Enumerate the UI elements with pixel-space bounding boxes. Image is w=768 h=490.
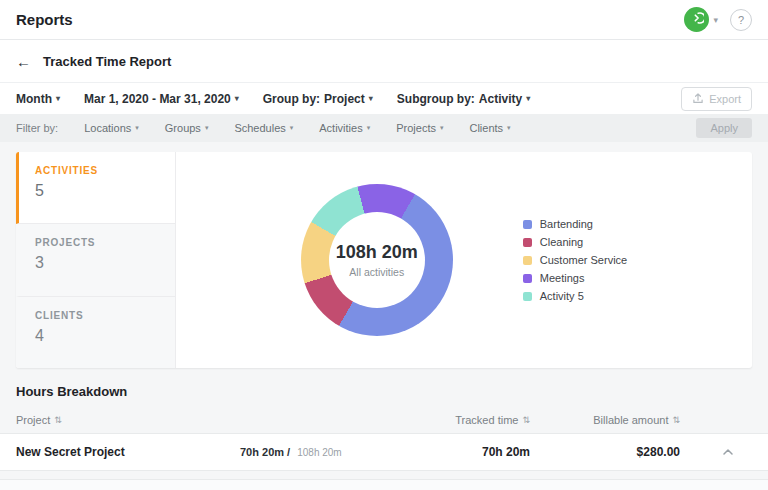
top-bar: Reports ▾ ? (0, 0, 768, 40)
date-range-value: Mar 1, 2020 - Mar 31, 2020 (84, 92, 231, 106)
chart-area: 108h 20m All activities Bartending Clean… (176, 152, 752, 368)
hours-breakdown-title: Hours Breakdown (16, 384, 752, 399)
filter-clients[interactable]: Clients ▾ (469, 122, 510, 134)
legend-label: Activity 5 (540, 290, 584, 302)
chevron-down-icon: ▾ (369, 94, 373, 103)
export-icon (692, 92, 704, 106)
account-menu[interactable]: ▾ (684, 7, 718, 32)
tab-projects-label: PROJECTS (35, 237, 159, 248)
date-range-dropdown[interactable]: Mar 1, 2020 - Mar 31, 2020 ▾ (84, 92, 239, 106)
report-toolbar: Month ▾ Mar 1, 2020 - Mar 31, 2020 ▾ Gro… (0, 82, 768, 114)
filter-bar: Filter by: Locations ▾ Groups ▾ Schedule… (0, 114, 768, 142)
enter-icon (690, 11, 704, 28)
sort-icon[interactable]: ⇅ (522, 415, 530, 425)
legend-item: Customer Service (523, 254, 627, 266)
column-project: Project ⇅ (0, 414, 240, 426)
help-button[interactable]: ? (730, 9, 752, 31)
filter-label-locations: Locations (84, 122, 131, 134)
account-button[interactable] (684, 7, 709, 32)
filter-schedules[interactable]: Schedules ▾ (234, 122, 293, 134)
billable-amount-value: $280.00 (538, 445, 688, 459)
export-button[interactable]: Export (681, 87, 752, 111)
group-by-value: Project (324, 92, 365, 106)
filter-label-projects: Projects (396, 122, 436, 134)
chevron-down-icon: ▾ (713, 15, 718, 25)
chevron-down-icon: ▾ (526, 94, 530, 103)
filter-label-activities: Activities (319, 122, 362, 134)
tab-activities[interactable]: ACTIVITIES 5 (16, 152, 175, 224)
tracked-part: 70h 20m / (240, 446, 290, 458)
filter-by-label: Filter by: (16, 122, 58, 134)
filter-groups[interactable]: Groups ▾ (165, 122, 209, 134)
tab-activities-count: 5 (35, 182, 159, 200)
subgroup-by-value: Activity (479, 92, 522, 106)
project-name: New Secret Project (0, 445, 240, 459)
summary-card: ACTIVITIES 5 PROJECTS 3 CLIENTS 4 108h 2… (16, 152, 752, 368)
summary-tabs: ACTIVITIES 5 PROJECTS 3 CLIENTS 4 (16, 152, 176, 368)
tab-clients[interactable]: CLIENTS 4 (16, 297, 175, 368)
total-hours: 108h 20m (336, 242, 418, 263)
tab-clients-count: 4 (35, 327, 159, 345)
chevron-down-icon: ▾ (205, 124, 209, 132)
sort-icon[interactable]: ⇅ (54, 415, 62, 425)
tab-activities-label: ACTIVITIES (35, 165, 159, 176)
topbar-actions: ▾ ? (684, 7, 752, 32)
column-project-label: Project (16, 414, 50, 426)
donut-chart: 108h 20m All activities (301, 184, 453, 336)
legend-label: Meetings (540, 272, 585, 284)
collapse-row-button[interactable] (688, 445, 768, 459)
legend-label: Bartending (540, 218, 593, 230)
apply-button[interactable]: Apply (696, 118, 752, 138)
filter-projects[interactable]: Projects ▾ (396, 122, 443, 134)
total-hours-caption: All activities (349, 266, 404, 278)
subgroup-by-label: Subgroup by: (397, 92, 475, 106)
legend-label: Cleaning (540, 236, 583, 248)
chart-legend: Bartending Cleaning Customer Service Mee… (523, 212, 627, 308)
chevron-down-icon: ▾ (290, 124, 294, 132)
filter-label-clients: Clients (469, 122, 503, 134)
chevron-down-icon: ▾ (507, 124, 511, 132)
period-value: Month (16, 92, 52, 106)
legend-label: Customer Service (540, 254, 627, 266)
filter-activities[interactable]: Activities ▾ (319, 122, 370, 134)
period-dropdown[interactable]: Month ▾ (16, 92, 60, 106)
chevron-down-icon: ▾ (56, 94, 60, 103)
legend-swatch (523, 220, 532, 229)
export-label: Export (709, 93, 741, 105)
expanded-subrows-area (0, 479, 768, 490)
tab-clients-label: CLIENTS (35, 310, 159, 321)
group-by-dropdown[interactable]: Group by: Project ▾ (263, 92, 373, 106)
tab-projects[interactable]: PROJECTS 3 (16, 224, 175, 296)
legend-swatch (523, 274, 532, 283)
legend-swatch (523, 292, 532, 301)
table-row[interactable]: New Secret Project 70h 20m / 108h 20m 70… (0, 433, 768, 471)
legend-swatch (523, 256, 532, 265)
group-by-label: Group by: (263, 92, 320, 106)
column-billable-amount: Billable amount ⇅ (538, 414, 688, 426)
donut-center: 108h 20m All activities (329, 212, 425, 308)
legend-item: Cleaning (523, 236, 627, 248)
page-title: Reports (16, 11, 73, 28)
legend-item: Activity 5 (523, 290, 627, 302)
legend-swatch (523, 238, 532, 247)
chevron-down-icon: ▾ (235, 94, 239, 103)
legend-item: Bartending (523, 218, 627, 230)
column-tracked-time: Tracked time ⇅ (408, 414, 538, 426)
filter-label-groups: Groups (165, 122, 201, 134)
filter-locations[interactable]: Locations ▾ (84, 122, 139, 134)
question-icon: ? (738, 14, 744, 26)
column-billable-label: Billable amount (593, 414, 668, 426)
tracked-total: 108h 20m (297, 447, 341, 458)
legend-item: Meetings (523, 272, 627, 284)
chevron-down-icon: ▾ (135, 124, 139, 132)
chevron-down-icon: ▾ (440, 124, 444, 132)
back-icon[interactable]: ← (16, 53, 31, 70)
sort-icon[interactable]: ⇅ (672, 415, 680, 425)
tracked-ratio: 70h 20m / 108h 20m (240, 446, 408, 458)
report-title: Tracked Time Report (43, 54, 171, 69)
tracked-time-value: 70h 20m (408, 445, 538, 459)
column-tracked-label: Tracked time (455, 414, 518, 426)
tab-projects-count: 3 (35, 254, 159, 272)
subgroup-by-dropdown[interactable]: Subgroup by: Activity ▾ (397, 92, 530, 106)
chevron-up-icon (722, 445, 734, 459)
